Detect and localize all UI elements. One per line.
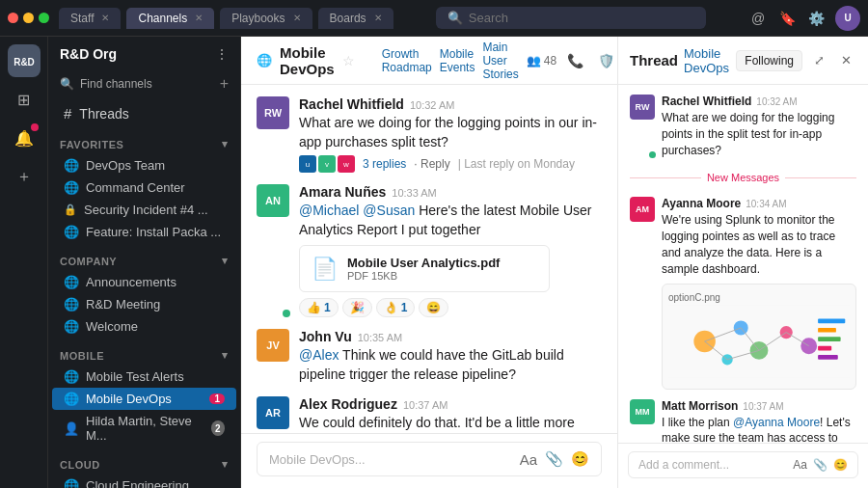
add-icon[interactable]: ＋ [8,160,41,193]
aa-icon[interactable]: Aa [793,458,807,472]
minimize-dot[interactable] [23,13,34,23]
workspace-name: R&D Org [60,46,117,62]
thread-message-1: RW Rachel Whitfield 10:32 AM What are we… [630,95,856,158]
sidebar-item-devops-team[interactable]: 🌐 DevOps Team [52,154,236,176]
tab-staff-close[interactable]: ✕ [101,13,109,23]
section-mobile[interactable]: MOBILE ▾ [48,338,240,366]
mention-alex: @Alex [299,347,339,363]
org-icon[interactable]: R&D [8,44,41,77]
notification-btn[interactable]: 🔔 [8,122,41,154]
header-link-stories[interactable]: Main User Stories [482,41,518,81]
message-input[interactable] [269,452,512,467]
grid-icon[interactable]: ⊞ [8,83,41,116]
globe-icon: 🌐 [64,158,79,173]
avatar-wrapper: AR [257,396,289,433]
section-cloud[interactable]: CLOUD ▾ [48,447,240,474]
search-input[interactable] [469,11,694,25]
reply-avatars: u v w [299,155,355,173]
sidebar-item-cloud-engineering[interactable]: 🌐 Cloud Engineering [52,474,236,488]
members-stat: 👥 48 [527,54,556,68]
sidebar-item-mobile-alerts[interactable]: 🌐 Mobile Test Alerts [52,366,236,388]
expand-icon[interactable]: ⤢ [808,50,829,71]
sidebar-item-welcome[interactable]: 🌐 Welcome [52,315,236,338]
sidebar-item-mobile-devops[interactable]: 🌐 Mobile DevOps 1 [52,388,236,410]
aa-icon[interactable]: Aa [520,451,537,468]
msg-author[interactable]: Amara Nuñes [299,184,386,200]
following-button[interactable]: Following [736,50,802,71]
tab-playbooks[interactable]: Playbooks ✕ [220,8,312,29]
replies-count[interactable]: 3 replies [363,157,406,171]
close-icon[interactable]: ✕ [835,50,856,71]
msg-author[interactable]: Alex Rodriguez [299,396,397,412]
avatar: AR [257,396,289,429]
section-favorites[interactable]: FAVORITES ▾ [48,126,240,154]
user-avatar[interactable]: U [835,6,860,31]
unread-badge: 1 [209,393,225,404]
svg-point-7 [800,338,817,354]
sidebar-more-icon[interactable]: ⋮ [215,46,229,62]
msg-author[interactable]: John Vu [299,329,352,344]
sidebar-item-hilda[interactable]: 👤 Hilda Martin, Steve M... 2 [52,410,236,447]
find-channels-btn[interactable]: 🔍 Find channels + [48,71,240,100]
thread-input[interactable] [638,458,787,472]
sidebar-item-feature[interactable]: 🌐 Feature: Install Packa ... [52,221,236,243]
threads-icon: # [64,105,71,122]
settings-icon[interactable]: ⚙️ [806,9,826,28]
globe-icon: 🌐 [64,369,79,384]
tab-channels-close[interactable]: ✕ [195,13,203,23]
reaction-party[interactable]: 🎉 [342,298,372,317]
header-link-events[interactable]: Mobile Events [440,47,475,74]
msg-header: Alex Rodriguez 10:37 AM [299,396,602,412]
sidebar-item-security[interactable]: 🔒 Security Incident #4 ... [52,199,236,221]
top-bar-right: @ 🔖 ⚙️ U [748,6,860,31]
globe-icon: 🌐 [64,392,79,406]
thread-msg-header: Rachel Whitfield 10:32 AM [662,95,856,108]
thread-channel[interactable]: Mobile DevOps [684,46,730,75]
reaction-ok[interactable]: 👌 1 [376,298,416,317]
sidebar-item-label: Announcements [86,275,176,289]
thread-msg-time: 10:34 AM [746,199,786,209]
section-company[interactable]: COMPANY ▾ [48,243,240,271]
attachment-icon[interactable]: 📎 [545,450,563,468]
mention-michael: @Michael [299,203,359,218]
attachment[interactable]: 📄 Mobile User Analytics.pdf PDF 15KB [299,245,550,292]
emoji-icon[interactable]: 😊 [571,450,589,468]
tab-channels-label: Channels [138,12,187,25]
svg-text:R&D: R&D [14,57,35,68]
reply-action[interactable]: · Reply [414,157,449,171]
phone-icon[interactable]: 📞 [562,48,587,73]
attachment-icon[interactable]: 📎 [813,458,827,472]
reaction-smile[interactable]: 😄 [419,298,448,317]
close-dot[interactable] [8,13,18,23]
traffic-lights [8,13,49,23]
reaction-thumbsup[interactable]: 👍 1 [299,298,339,317]
threads-item[interactable]: # Threads [52,100,236,126]
sidebar-item-command-center[interactable]: 🌐 Command Center [52,176,236,199]
thread-msg-author: Rachel Whitfield [662,95,751,108]
msg-author[interactable]: Rachel Whitfield [299,96,404,112]
reply-avatar: v [318,155,336,173]
header-link-roadmap[interactable]: Growth Roadmap [382,47,432,74]
thread-avatar: AM [630,197,655,222]
sidebar-item-announcements[interactable]: 🌐 Announcements [52,271,236,293]
at-icon[interactable]: @ [748,9,768,28]
tab-boards-close[interactable]: ✕ [374,13,382,23]
tab-playbooks-close[interactable]: ✕ [293,13,301,23]
tab-channels[interactable]: Channels ✕ [126,8,214,29]
msg-header: Amara Nuñes 10:33 AM [299,184,602,200]
star-icon[interactable]: ☆ [342,53,355,68]
msg-text: We could definitely do that. It'd be a l… [299,414,602,433]
fullscreen-dot[interactable] [39,13,49,23]
tab-boards[interactable]: Boards ✕ [318,8,393,29]
tab-staff[interactable]: Staff ✕ [59,8,121,29]
emoji-icon[interactable]: 😊 [833,458,848,472]
bookmark-icon[interactable]: 🔖 [777,9,797,28]
add-channel-icon[interactable]: + [220,75,229,93]
sidebar-item-label: Command Center [86,180,185,195]
thread-msg-text: I like the plan @Ayanna Moore! Let's mak… [662,415,856,443]
shield-icon[interactable]: 🛡️ [593,48,618,73]
find-channels-icon: 🔍 [60,77,74,91]
sidebar-item-rd-meeting[interactable]: 🌐 R&D Meeting [52,293,236,315]
message-1: RW Rachel Whitfield 10:32 AM What are we… [257,96,602,173]
thread-panel: Thread Mobile DevOps Following ⤢ ✕ RW Ra… [617,37,868,488]
